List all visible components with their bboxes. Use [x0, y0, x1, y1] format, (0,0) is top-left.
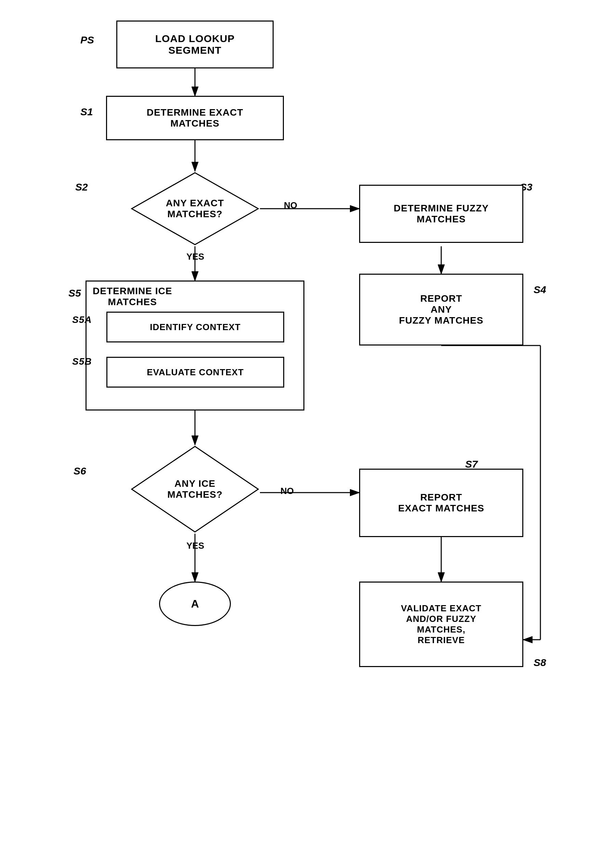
oval-a: A — [159, 582, 231, 626]
evaluate-context-label: EVALUATE CONTEXT — [147, 367, 244, 378]
oval-a-label: A — [191, 598, 199, 610]
ice-diamond-shape: ANY ICE MATCHES? — [130, 445, 260, 534]
determine-fuzzy-label: DETERMINE FUZZY MATCHES — [394, 203, 489, 225]
any-exact-diamond: ANY EXACT MATCHES? — [130, 171, 260, 246]
s1-label: S1 — [80, 106, 93, 118]
evaluate-context-box: EVALUATE CONTEXT — [107, 357, 284, 388]
flowchart-diagram: LOAD LOOKUP SEGMENT PS S1 DETERMINE EXAC… — [0, 0, 616, 860]
report-fuzzy-label: REPORT ANY FUZZY MATCHES — [399, 293, 484, 326]
any-exact-label: ANY EXACT MATCHES? — [166, 198, 224, 220]
validate-box: VALIDATE EXACT AND/OR FUZZY MATCHES, RET… — [359, 582, 523, 667]
yes-ice-label: YES — [187, 540, 204, 551]
any-ice-label: ANY ICE MATCHES? — [167, 478, 222, 500]
no-exact-label: NO — [284, 200, 297, 211]
any-ice-diamond: ANY ICE MATCHES? — [130, 445, 260, 534]
identify-context-box: IDENTIFY CONTEXT — [107, 312, 284, 342]
report-fuzzy-box: REPORT ANY FUZZY MATCHES — [359, 274, 523, 345]
s2-label: S2 — [75, 181, 88, 193]
load-segment-label: LOAD LOOKUP SEGMENT — [155, 33, 235, 56]
s8-label: S8 — [534, 657, 546, 669]
ps-label: PS — [80, 34, 94, 46]
s5a-label: S5A — [72, 314, 92, 325]
diamond-shape: ANY EXACT MATCHES? — [130, 171, 260, 246]
determine-ice-label: DETERMINE ICE MATCHES — [93, 286, 172, 308]
identify-context-label: IDENTIFY CONTEXT — [150, 322, 240, 333]
validate-label: VALIDATE EXACT AND/OR FUZZY MATCHES, RET… — [401, 603, 481, 645]
yes-exact-label: YES — [187, 251, 204, 262]
no-ice-label: NO — [281, 486, 294, 496]
arrows-svg — [0, 0, 616, 860]
determine-exact-label: DETERMINE EXACT MATCHES — [147, 107, 243, 129]
s5b-label: S5B — [72, 356, 92, 367]
s4-label: S4 — [534, 284, 546, 295]
report-exact-box: REPORT EXACT MATCHES — [359, 469, 523, 537]
s5-label: S5 — [68, 287, 81, 299]
determine-fuzzy-box: DETERMINE FUZZY MATCHES — [359, 185, 523, 243]
load-segment-box: LOAD LOOKUP SEGMENT — [116, 20, 274, 68]
determine-ice-outer-box: DETERMINE ICE MATCHES S5A IDENTIFY CONTE… — [86, 281, 304, 411]
determine-exact-box: DETERMINE EXACT MATCHES — [106, 96, 284, 140]
report-exact-label: REPORT EXACT MATCHES — [398, 492, 484, 514]
s6-label: S6 — [74, 465, 86, 477]
s7-label: S7 — [465, 458, 478, 470]
